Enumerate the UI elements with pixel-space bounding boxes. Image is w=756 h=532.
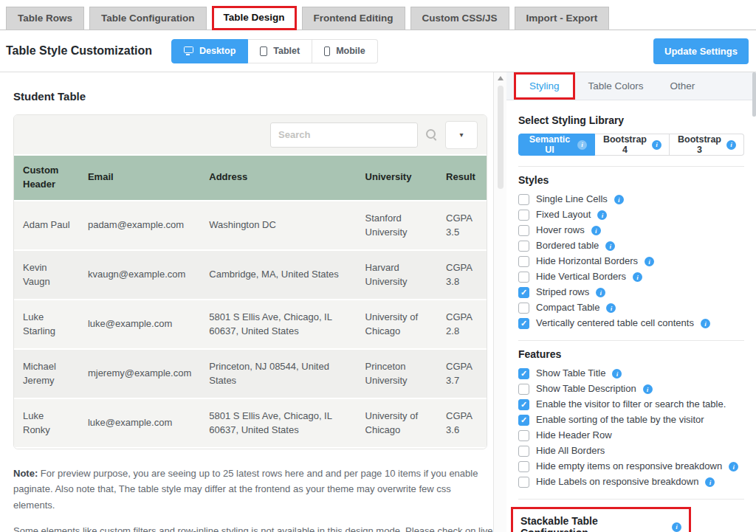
- column-header-address[interactable]: Address: [200, 156, 356, 200]
- info-icon[interactable]: i: [705, 477, 715, 487]
- tab-table-rows[interactable]: Table Rows: [6, 7, 84, 30]
- checkbox[interactable]: [518, 368, 529, 379]
- info-icon[interactable]: i: [614, 195, 624, 204]
- search-input[interactable]: [270, 122, 418, 148]
- checkbox-label: Hide Header Row: [536, 429, 612, 442]
- info-icon[interactable]: i: [606, 303, 616, 313]
- tab-table-configuration[interactable]: Table Configuration: [89, 7, 207, 30]
- checkbox-row-single-line-cells[interactable]: Single Line Cellsi: [518, 193, 744, 206]
- checkbox[interactable]: [518, 225, 529, 236]
- column-header-custom-header[interactable]: Custom Header: [14, 156, 79, 200]
- info-icon[interactable]: i: [577, 140, 587, 150]
- table-cell: 5801 S Ellis Ave, Chicago, IL 60637, Uni…: [200, 300, 356, 348]
- library-button-semantic-ui[interactable]: Semantic UIi: [518, 134, 595, 156]
- checkbox[interactable]: [518, 210, 529, 221]
- checkbox-row-enable-sorting-of-the-table-by-the-visitor[interactable]: Enable sorting of the table by the visit…: [518, 414, 744, 426]
- checkbox-row-show-table-description[interactable]: Show Table Descriptioni: [518, 383, 744, 395]
- sidebar-tab-table-colors[interactable]: Table Colors: [575, 72, 657, 100]
- info-icon[interactable]: i: [597, 210, 607, 220]
- checkbox[interactable]: [518, 194, 529, 205]
- checkbox-row-hide-vertical-borders[interactable]: Hide Vertical Bordersi: [518, 271, 744, 283]
- styles-checklist: Single Line CellsiFixed LayoutiHover row…: [518, 193, 744, 330]
- table-options-dropdown[interactable]: ▾: [445, 121, 478, 149]
- checkbox[interactable]: [518, 303, 529, 314]
- info-icon[interactable]: i: [726, 140, 736, 150]
- checkbox-row-hide-all-borders[interactable]: Hide All Borders: [518, 445, 744, 457]
- checkbox-row-enable-the-visitor-to-filter-or-search-the-table[interactable]: Enable the visitor to filter or search t…: [518, 398, 744, 411]
- library-button-bootstrap-3[interactable]: Bootstrap 3i: [670, 134, 744, 156]
- checkbox[interactable]: [518, 430, 529, 441]
- checkbox-row-hide-labels-on-responsive-breakdown[interactable]: Hide Labels on responsive breakdowni: [518, 476, 744, 488]
- checkbox-row-hover-rows[interactable]: Hover rowsi: [518, 224, 744, 237]
- checkbox-label: Enable sorting of the table by the visit…: [536, 414, 704, 426]
- column-header-result[interactable]: Result: [437, 156, 487, 200]
- tab-table-design[interactable]: Table Design: [212, 6, 297, 30]
- info-icon[interactable]: i: [652, 140, 662, 150]
- checkbox[interactable]: [518, 318, 529, 329]
- info-icon[interactable]: i: [633, 272, 642, 282]
- scrollbar-thumb[interactable]: [498, 86, 504, 189]
- info-icon[interactable]: i: [645, 257, 654, 266]
- table-cell: kvaugn@example.com: [79, 251, 200, 299]
- stackable-annotated-section: Stackable Table Configuration i Enable S…: [511, 507, 691, 532]
- info-icon[interactable]: i: [591, 226, 601, 235]
- checkbox-row-vertically-centered-table-cell-contents[interactable]: Vertically centered table cell contentsi: [518, 317, 744, 330]
- device-button-tablet[interactable]: Tablet: [248, 39, 312, 63]
- checkbox-label: Hide empty items on responsive breakdown: [536, 460, 722, 473]
- info-icon[interactable]: i: [643, 384, 653, 394]
- checkbox[interactable]: [518, 477, 529, 488]
- checkbox-row-fixed-layout[interactable]: Fixed Layouti: [518, 209, 744, 221]
- preview-scrollbar[interactable]: [493, 72, 506, 532]
- sidebar-tab-other[interactable]: Other: [657, 72, 709, 100]
- scroll-up-arrow-icon[interactable]: [498, 76, 504, 80]
- checkbox-row-hide-header-row[interactable]: Hide Header Row: [518, 429, 744, 442]
- checkbox[interactable]: [518, 384, 529, 395]
- checkbox-label: Striped rows: [536, 286, 589, 299]
- table-cell: University of Chicago: [357, 399, 438, 447]
- column-header-email[interactable]: Email: [79, 156, 200, 200]
- device-button-desktop[interactable]: Desktop: [171, 39, 248, 63]
- preview-note-1: Note: For preview purpose, you are seein…: [13, 466, 493, 513]
- page-scrollbar-thumb[interactable]: [752, 72, 756, 117]
- section-divider: [518, 166, 744, 167]
- sidebar-tab-styling[interactable]: Styling: [514, 72, 575, 100]
- library-button-bootstrap-4[interactable]: Bootstrap 4i: [595, 134, 670, 156]
- checkbox-label: Enable the visitor to filter or search t…: [536, 398, 726, 411]
- checkbox[interactable]: [518, 272, 529, 283]
- table-preview-panel: Student Table ▾ Custom HeaderEmailAddres…: [0, 72, 493, 532]
- preview-note-2: Some elements like custom filters and ro…: [13, 523, 493, 532]
- column-header-university[interactable]: University: [357, 156, 438, 200]
- checkbox[interactable]: [518, 256, 529, 267]
- checkbox[interactable]: [518, 461, 529, 472]
- tab-frontend-editing[interactable]: Frontend Editing: [302, 7, 405, 30]
- section-divider: [518, 499, 744, 500]
- settings-sidebar: StylingTable ColorsOther Select Styling …: [506, 72, 756, 532]
- device-button-mobile[interactable]: Mobile: [312, 39, 378, 63]
- table-cell: Cambridge, MA, United States: [200, 251, 356, 299]
- checkbox-row-hide-horizontal-borders[interactable]: Hide Horizontal Bordersi: [518, 255, 744, 268]
- table-cell: Michael Jeremy: [14, 350, 79, 398]
- info-icon[interactable]: i: [612, 369, 622, 379]
- update-settings-button[interactable]: Update Settings: [653, 38, 749, 64]
- checkbox[interactable]: [518, 287, 529, 298]
- info-icon[interactable]: i: [672, 522, 681, 532]
- info-icon[interactable]: i: [729, 462, 738, 471]
- checkbox-row-compact-table[interactable]: Compact Tablei: [518, 302, 744, 314]
- checkbox[interactable]: [518, 415, 529, 426]
- checkbox[interactable]: [518, 446, 529, 457]
- checkbox-row-show-table-title[interactable]: Show Table Titlei: [518, 367, 744, 380]
- note-prefix: Note:: [13, 468, 38, 479]
- tab-import-export[interactable]: Import - Export: [515, 7, 610, 30]
- checkbox-row-bordered-table[interactable]: Bordered tablei: [518, 240, 744, 252]
- info-icon[interactable]: i: [701, 319, 710, 328]
- table-row: Luke Starlingluke@example.com5801 S Elli…: [14, 300, 487, 348]
- checkbox[interactable]: [518, 399, 529, 410]
- info-icon[interactable]: i: [605, 241, 615, 251]
- content-area: Student Table ▾ Custom HeaderEmailAddres…: [0, 72, 756, 532]
- tab-custom-css-js[interactable]: Custom CSS/JS: [410, 7, 509, 30]
- info-icon[interactable]: i: [596, 288, 605, 297]
- checkbox[interactable]: [518, 241, 529, 252]
- checkbox-row-hide-empty-items-on-responsive-breakdown[interactable]: Hide empty items on responsive breakdown…: [518, 460, 744, 473]
- checkbox-row-striped-rows[interactable]: Striped rowsi: [518, 286, 744, 299]
- checkbox-label: Fixed Layout: [536, 209, 591, 221]
